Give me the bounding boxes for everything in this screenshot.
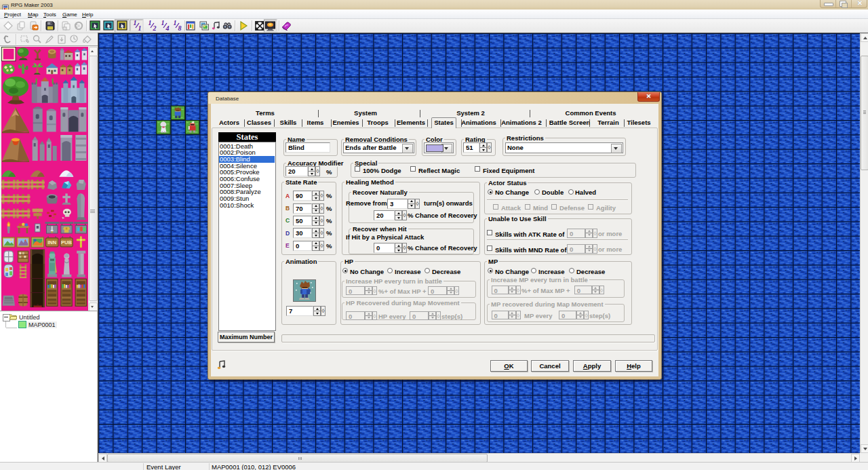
- svg-text:INN: INN: [47, 239, 56, 246]
- svg-text:1: 1: [174, 19, 177, 26]
- svg-text:1: 1: [161, 19, 165, 26]
- svg-text:1: 1: [134, 19, 137, 26]
- svg-text:4: 4: [165, 24, 170, 32]
- svg-text:PUB: PUB: [61, 239, 72, 246]
- svg-text:2: 2: [153, 24, 157, 32]
- svg-text:1: 1: [138, 24, 142, 32]
- svg-text:1: 1: [149, 19, 152, 26]
- svg-text:8: 8: [178, 24, 182, 32]
